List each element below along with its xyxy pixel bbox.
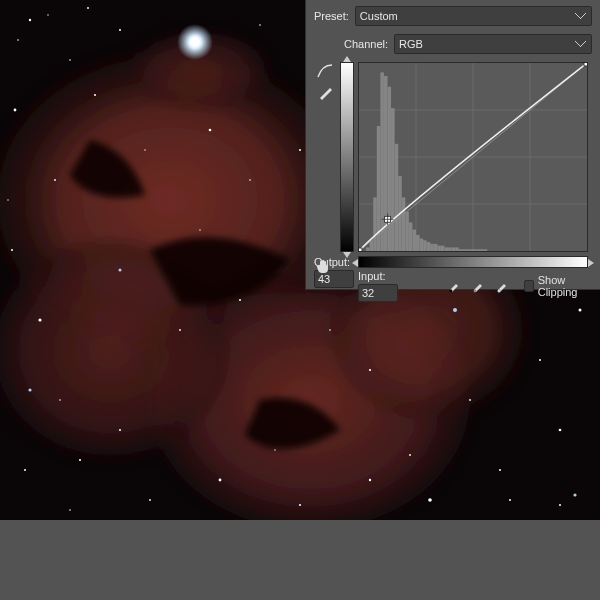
- svg-rect-88: [423, 240, 427, 251]
- curves-panel: Preset: Custom Channel: RGB: [305, 0, 600, 290]
- svg-rect-104: [480, 249, 484, 251]
- svg-point-9: [69, 59, 71, 61]
- svg-rect-79: [391, 108, 395, 251]
- svg-rect-92: [437, 246, 441, 251]
- svg-rect-74: [373, 197, 377, 251]
- svg-rect-99: [462, 249, 466, 251]
- svg-rect-97: [455, 247, 459, 251]
- svg-point-140: [450, 290, 453, 293]
- svg-rect-87: [420, 238, 424, 251]
- preset-select[interactable]: Custom: [355, 6, 592, 26]
- svg-rect-100: [466, 249, 470, 251]
- svg-point-21: [428, 498, 432, 502]
- svg-rect-85: [412, 230, 416, 251]
- svg-rect-94: [445, 247, 449, 251]
- svg-point-52: [87, 7, 89, 9]
- svg-point-25: [579, 309, 582, 312]
- svg-point-29: [94, 94, 96, 96]
- svg-point-38: [119, 429, 121, 431]
- output-gradient: [340, 62, 354, 252]
- svg-rect-105: [484, 249, 488, 251]
- svg-rect-98: [459, 249, 463, 251]
- svg-point-60: [119, 269, 122, 272]
- svg-rect-102: [473, 249, 477, 251]
- svg-point-53: [7, 199, 8, 200]
- svg-rect-80: [395, 144, 399, 251]
- svg-point-14: [11, 249, 13, 251]
- svg-rect-72: [366, 247, 370, 251]
- svg-point-34: [179, 329, 181, 331]
- svg-point-58: [69, 509, 71, 511]
- svg-rect-84: [409, 222, 413, 251]
- svg-point-31: [209, 129, 212, 132]
- svg-point-54: [199, 229, 200, 230]
- svg-point-19: [299, 504, 301, 506]
- svg-point-61: [453, 308, 457, 312]
- svg-rect-93: [441, 246, 445, 251]
- svg-point-56: [274, 449, 275, 450]
- svg-rect-103: [477, 249, 481, 251]
- svg-point-32: [249, 179, 251, 181]
- svg-point-23: [559, 429, 562, 432]
- svg-rect-83: [405, 212, 409, 251]
- svg-rect-82: [402, 197, 406, 251]
- svg-point-36: [329, 329, 331, 331]
- svg-point-42: [509, 499, 511, 501]
- svg-point-43: [559, 504, 561, 506]
- svg-point-12: [14, 109, 17, 112]
- input-field[interactable]: [358, 284, 398, 302]
- svg-point-10: [119, 29, 121, 31]
- svg-point-57: [409, 454, 411, 456]
- svg-rect-90: [430, 244, 434, 251]
- svg-point-24: [539, 359, 541, 361]
- svg-rect-89: [427, 242, 431, 251]
- svg-point-16: [79, 459, 81, 461]
- curve-grid[interactable]: [358, 62, 588, 252]
- input-gradient: [358, 256, 588, 268]
- svg-point-15: [38, 318, 41, 321]
- show-clipping-label: Show Clipping: [538, 274, 592, 298]
- pencil-icon[interactable]: [315, 84, 335, 102]
- svg-point-20: [369, 479, 371, 481]
- svg-point-11: [259, 24, 261, 26]
- svg-rect-76: [380, 72, 384, 251]
- hand-sampler-icon[interactable]: [314, 256, 334, 276]
- svg-point-63: [573, 493, 576, 496]
- eyedropper-gray-icon[interactable]: [468, 277, 488, 295]
- svg-rect-96: [452, 247, 456, 251]
- svg-point-50: [17, 39, 19, 41]
- svg-rect-101: [469, 249, 473, 251]
- svg-point-62: [28, 388, 31, 391]
- svg-rect-137: [584, 62, 588, 66]
- svg-point-39: [59, 399, 61, 401]
- preset-label: Preset:: [314, 10, 349, 22]
- svg-point-37: [369, 369, 371, 371]
- eyedropper-white-icon[interactable]: [492, 277, 512, 295]
- input-label: Input:: [358, 270, 398, 282]
- curve-tool-icon[interactable]: [315, 62, 335, 80]
- svg-point-17: [149, 499, 151, 501]
- svg-point-7: [190, 37, 200, 47]
- svg-point-33: [299, 149, 301, 151]
- svg-point-22: [499, 469, 501, 471]
- svg-rect-95: [448, 247, 452, 251]
- svg-rect-86: [416, 235, 420, 251]
- svg-rect-91: [434, 244, 438, 251]
- channel-label: Channel:: [344, 38, 388, 50]
- show-clipping-checkbox[interactable]: Show Clipping: [524, 274, 592, 298]
- channel-select[interactable]: RGB: [394, 34, 592, 54]
- svg-point-40: [24, 469, 26, 471]
- svg-point-18: [219, 479, 222, 482]
- eyedropper-black-icon[interactable]: [444, 277, 464, 295]
- svg-point-142: [498, 290, 501, 293]
- svg-point-141: [474, 290, 477, 293]
- svg-point-30: [144, 149, 145, 150]
- svg-point-8: [29, 19, 31, 21]
- svg-rect-135: [358, 248, 362, 252]
- svg-point-13: [54, 179, 56, 181]
- svg-point-41: [469, 399, 471, 401]
- svg-point-51: [47, 14, 48, 15]
- svg-point-35: [239, 299, 241, 301]
